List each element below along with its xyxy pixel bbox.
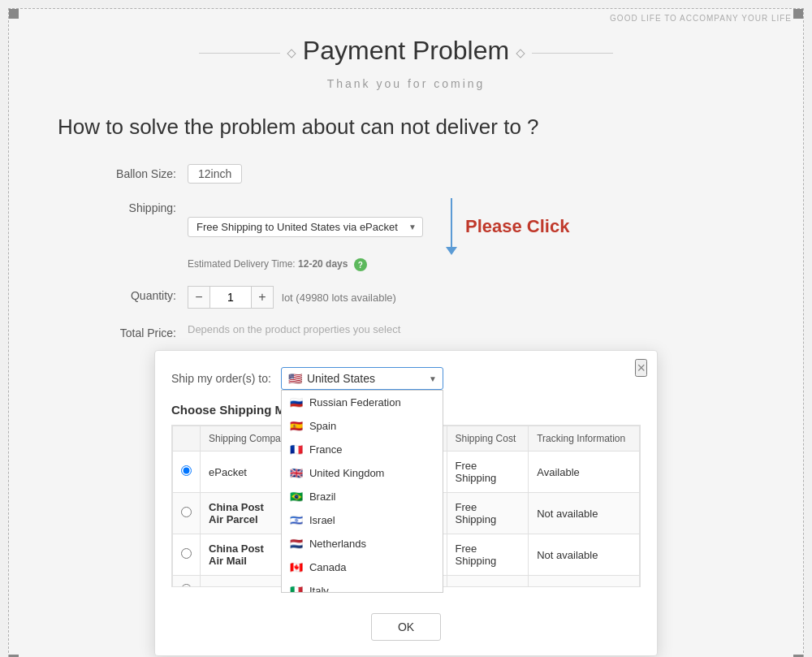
ship-to-row: Ship my order(s) to: 🇺🇸 United States ▼ … [171, 367, 641, 390]
list-item[interactable]: 🇪🇸 Spain [282, 414, 443, 438]
country-name: Netherlands [309, 538, 366, 550]
info-icon: ? [354, 258, 367, 271]
total-label: Total Price: [90, 323, 188, 339]
divider-diamond-left [287, 49, 296, 58]
arrow-head [446, 247, 457, 255]
estimated-value: 12-20 days [298, 258, 348, 270]
divider-line-left [199, 53, 280, 54]
flag-icon: 🇬🇧 [290, 467, 303, 479]
arrow-line [451, 198, 452, 247]
tagline: GOOD LIFE TO ACCOMPANY YOUR LIFE [610, 14, 792, 23]
table-header-radio [173, 426, 201, 452]
please-click-section: Please Click [446, 198, 569, 255]
table-header-tracking: Tracking Information [529, 426, 640, 452]
ok-button[interactable]: OK [371, 613, 441, 641]
main-content: Payment Problem Thank you for coming How… [9, 28, 803, 387]
dropdown-arrow-icon: ▼ [429, 374, 437, 383]
country-name: Israel [309, 514, 335, 526]
shipping-select[interactable]: Free Shipping to United States via ePack… [188, 217, 423, 237]
shipping-row: Shipping: Free Shipping to United States… [90, 198, 754, 271]
ship-to-label: Ship my order(s) to: [171, 372, 271, 385]
balloon-size-value: 12inch [188, 164, 242, 184]
arrow-down [446, 198, 457, 255]
flag-icon: 🇫🇷 [290, 443, 303, 456]
country-select-wrapper[interactable]: 🇺🇸 United States ▼ 🇷🇺 Russian Federation… [281, 367, 443, 390]
shipping-cost [447, 576, 529, 588]
list-item[interactable]: 🇨🇦 Canada [282, 555, 443, 579]
flag-icon: 🇧🇷 [290, 491, 303, 503]
country-name: Russian Federation [309, 396, 401, 408]
quantity-label: Quantity: [90, 286, 188, 302]
modal-overlay: × Ship my order(s) to: 🇺🇸 United States … [154, 350, 658, 656]
country-name: Spain [309, 420, 336, 432]
list-item[interactable]: 🇫🇷 France [282, 438, 443, 461]
shipping-label: Shipping: [90, 198, 188, 214]
quantity-section: − + lot (49980 lots available) [188, 286, 396, 309]
top-bar: GOOD LIFE TO ACCOMPANY YOUR LIFE [9, 9, 803, 28]
flag-icon: 🇨🇦 [290, 561, 303, 573]
page-title-section: Payment Problem Thank you for coming [58, 36, 754, 90]
total-price-value: Depends on the product properties you se… [188, 323, 400, 335]
quantity-control: − + [188, 286, 274, 309]
page-subtitle: Thank you for coming [58, 77, 754, 90]
divider-diamond-right [516, 49, 525, 58]
shipping-radio[interactable] [181, 465, 192, 476]
flag-icon: 🇷🇺 [290, 396, 303, 408]
radio-cell[interactable] [173, 576, 201, 588]
modal-footer: OK [155, 603, 657, 655]
total-price-row: Total Price: Depends on the product prop… [90, 323, 754, 339]
quantity-decrease-button[interactable]: − [188, 286, 210, 309]
flag-icon: 🇪🇸 [290, 420, 303, 432]
country-name: France [309, 443, 342, 456]
country-name: Brazil [309, 491, 336, 503]
balloon-size-row: Ballon Size: 12inch [90, 164, 754, 184]
radio-cell[interactable] [173, 493, 201, 534]
list-item[interactable]: 🇧🇷 Brazil [282, 485, 443, 508]
form-section: Ballon Size: 12inch Shipping: Free Shipp… [90, 164, 754, 339]
shipping-select-wrapper[interactable]: Free Shipping to United States via ePack… [188, 217, 423, 237]
tracking-info [529, 576, 640, 588]
modal-body: × Ship my order(s) to: 🇺🇸 United States … [155, 351, 657, 603]
title-divider: Payment Problem [58, 36, 754, 71]
modal-close-button[interactable]: × [635, 359, 647, 377]
flag-icon: 🇳🇱 [290, 538, 303, 550]
tracking-info: Not available [529, 534, 640, 576]
country-name: United Kingdom [309, 467, 385, 479]
estimated-delivery: Estimated Delivery Time: 12-20 days ? [188, 258, 569, 271]
list-item[interactable]: 🇳🇱 Netherlands [282, 532, 443, 555]
estimated-label: Estimated Delivery Time: [188, 258, 296, 270]
flag-icon: 🇮🇱 [290, 514, 303, 526]
quantity-input[interactable] [210, 286, 251, 309]
flag-icon: 🇮🇹 [290, 585, 303, 593]
outer-frame: GOOD LIFE TO ACCOMPANY YOUR LIFE Payment… [8, 8, 804, 657]
list-item[interactable]: 🇬🇧 United Kingdom [282, 461, 443, 485]
table-header-cost: Shipping Cost [447, 426, 529, 452]
divider-line-right [532, 53, 613, 54]
corner-tr [793, 9, 803, 19]
tracking-info: Available [529, 452, 640, 493]
please-click-text: Please Click [465, 216, 569, 237]
list-item[interactable]: 🇷🇺 Russian Federation [282, 391, 443, 414]
shipping-radio[interactable] [181, 507, 192, 517]
tracking-info: Not available [529, 493, 640, 534]
selected-country-name: United States [307, 372, 375, 385]
radio-cell[interactable] [173, 534, 201, 576]
selected-flag-icon: 🇺🇸 [288, 372, 302, 385]
quantity-increase-button[interactable]: + [251, 286, 274, 309]
shipping-cost: FreeShipping [447, 493, 529, 534]
country-name: Italy [309, 585, 329, 593]
shipping-radio[interactable] [181, 584, 192, 587]
problem-heading: How to solve the problem about can not d… [58, 115, 754, 140]
balloon-label: Ballon Size: [90, 164, 188, 180]
quantity-info: lot (49980 lots available) [282, 292, 396, 304]
shipping-radio[interactable] [181, 548, 192, 559]
country-dropdown-list[interactable]: 🇷🇺 Russian Federation 🇪🇸 Spain 🇫🇷 France [281, 390, 443, 593]
page-title: Payment Problem [303, 36, 509, 66]
list-item[interactable]: 🇮🇹 Italy [282, 579, 443, 593]
country-name: Canada [309, 561, 347, 573]
radio-cell[interactable] [173, 452, 201, 493]
shipping-content: Free Shipping to United States via ePack… [188, 198, 569, 271]
country-select-display[interactable]: 🇺🇸 United States [281, 367, 443, 390]
list-item[interactable]: 🇮🇱 Israel [282, 508, 443, 532]
quantity-row: Quantity: − + lot (49980 lots available) [90, 286, 754, 309]
